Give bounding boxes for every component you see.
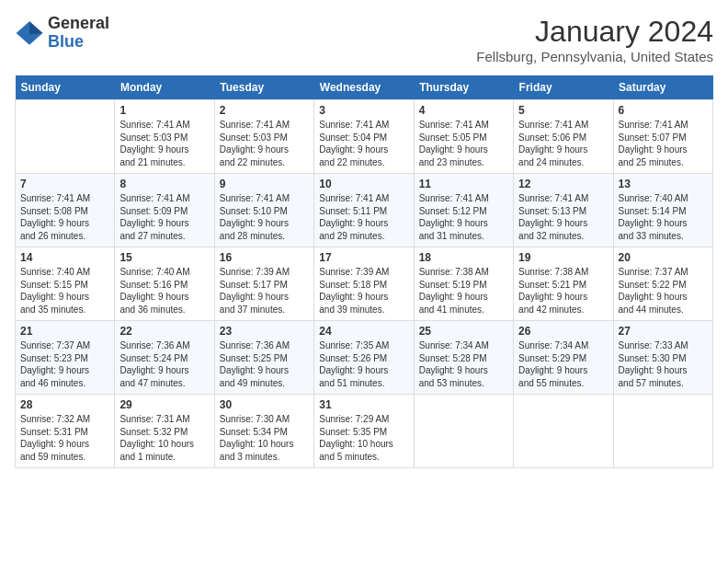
- logo-general-label: General: [48, 15, 109, 33]
- calendar-cell: 10Sunrise: 7:41 AM Sunset: 5:11 PM Dayli…: [314, 174, 414, 247]
- day-info: Sunrise: 7:34 AM Sunset: 5:28 PM Dayligh…: [419, 339, 508, 389]
- day-number: 23: [220, 325, 309, 338]
- day-number: 1: [119, 104, 209, 117]
- day-info: Sunrise: 7:32 AM Sunset: 5:31 PM Dayligh…: [20, 413, 109, 463]
- calendar-cell: 30Sunrise: 7:30 AM Sunset: 5:34 PM Dayli…: [214, 395, 313, 468]
- day-info: Sunrise: 7:41 AM Sunset: 5:12 PM Dayligh…: [419, 192, 508, 242]
- day-number: 21: [20, 325, 109, 338]
- column-header-thursday: Thursday: [414, 75, 513, 100]
- day-info: Sunrise: 7:36 AM Sunset: 5:25 PM Dayligh…: [220, 339, 309, 389]
- day-number: 2: [220, 104, 309, 117]
- day-info: Sunrise: 7:33 AM Sunset: 5:30 PM Dayligh…: [619, 339, 708, 389]
- day-info: Sunrise: 7:41 AM Sunset: 5:07 PM Dayligh…: [619, 119, 708, 168]
- day-info: Sunrise: 7:41 AM Sunset: 5:03 PM Dayligh…: [119, 119, 209, 168]
- calendar-cell: 15Sunrise: 7:40 AM Sunset: 5:16 PM Dayli…: [115, 247, 214, 321]
- calendar-cell: 24Sunrise: 7:35 AM Sunset: 5:26 PM Dayli…: [314, 321, 414, 395]
- calendar-cell: 14Sunrise: 7:40 AM Sunset: 5:15 PM Dayli…: [16, 247, 115, 321]
- day-number: 22: [119, 325, 209, 338]
- day-info: Sunrise: 7:36 AM Sunset: 5:24 PM Dayligh…: [119, 339, 209, 389]
- day-number: 17: [319, 251, 408, 264]
- day-info: Sunrise: 7:37 AM Sunset: 5:23 PM Dayligh…: [20, 339, 109, 389]
- day-info: Sunrise: 7:37 AM Sunset: 5:22 PM Dayligh…: [619, 266, 708, 316]
- calendar-cell: [514, 395, 613, 468]
- calendar-table: SundayMondayTuesdayWednesdayThursdayFrid…: [15, 75, 713, 468]
- day-number: 8: [119, 178, 209, 190]
- day-number: 19: [518, 251, 608, 264]
- column-header-saturday: Saturday: [613, 75, 712, 100]
- calendar-cell: 2Sunrise: 7:41 AM Sunset: 5:03 PM Daylig…: [214, 100, 313, 174]
- column-header-sunday: Sunday: [16, 75, 115, 100]
- day-info: Sunrise: 7:41 AM Sunset: 5:03 PM Dayligh…: [220, 119, 309, 168]
- page-header: General Blue January 2024 Fellsburg, Pen…: [15, 15, 713, 64]
- calendar-cell: 29Sunrise: 7:31 AM Sunset: 5:32 PM Dayli…: [115, 395, 214, 468]
- calendar-cell: 26Sunrise: 7:34 AM Sunset: 5:29 PM Dayli…: [514, 321, 613, 395]
- calendar-cell: 25Sunrise: 7:34 AM Sunset: 5:28 PM Dayli…: [414, 321, 513, 395]
- day-info: Sunrise: 7:38 AM Sunset: 5:21 PM Dayligh…: [518, 266, 608, 316]
- column-header-monday: Monday: [115, 75, 214, 100]
- column-header-tuesday: Tuesday: [214, 75, 313, 100]
- day-number: 26: [518, 325, 608, 338]
- day-number: 16: [220, 251, 309, 264]
- calendar-cell: 17Sunrise: 7:39 AM Sunset: 5:18 PM Dayli…: [314, 247, 414, 321]
- logo: General Blue: [15, 15, 109, 52]
- column-header-wednesday: Wednesday: [314, 75, 414, 100]
- calendar-cell: 9Sunrise: 7:41 AM Sunset: 5:10 PM Daylig…: [214, 174, 313, 247]
- calendar-cell: 13Sunrise: 7:40 AM Sunset: 5:14 PM Dayli…: [613, 174, 712, 247]
- day-info: Sunrise: 7:41 AM Sunset: 5:10 PM Dayligh…: [220, 192, 309, 242]
- day-number: 30: [220, 398, 309, 411]
- day-info: Sunrise: 7:41 AM Sunset: 5:06 PM Dayligh…: [518, 119, 608, 168]
- calendar-cell: 11Sunrise: 7:41 AM Sunset: 5:12 PM Dayli…: [414, 174, 513, 247]
- day-number: 14: [20, 251, 109, 264]
- month-title: January 2024: [476, 15, 713, 49]
- logo-blue-label: Blue: [48, 33, 109, 52]
- day-info: Sunrise: 7:41 AM Sunset: 5:13 PM Dayligh…: [518, 192, 608, 242]
- day-number: 13: [619, 178, 708, 190]
- calendar-cell: 20Sunrise: 7:37 AM Sunset: 5:22 PM Dayli…: [613, 247, 712, 321]
- day-number: 9: [220, 178, 309, 190]
- logo-icon: [15, 18, 44, 48]
- day-number: 18: [419, 251, 508, 264]
- logo-text: General Blue: [48, 15, 109, 52]
- day-info: Sunrise: 7:38 AM Sunset: 5:19 PM Dayligh…: [419, 266, 508, 316]
- calendar-cell: 23Sunrise: 7:36 AM Sunset: 5:25 PM Dayli…: [214, 321, 313, 395]
- calendar-cell: 27Sunrise: 7:33 AM Sunset: 5:30 PM Dayli…: [613, 321, 712, 395]
- calendar-cell: [613, 395, 712, 468]
- calendar-cell: 3Sunrise: 7:41 AM Sunset: 5:04 PM Daylig…: [314, 100, 414, 174]
- day-info: Sunrise: 7:41 AM Sunset: 5:08 PM Dayligh…: [20, 192, 109, 242]
- calendar-header-row: SundayMondayTuesdayWednesdayThursdayFrid…: [16, 75, 713, 100]
- calendar-cell: 12Sunrise: 7:41 AM Sunset: 5:13 PM Dayli…: [514, 174, 613, 247]
- calendar-week-row: 7Sunrise: 7:41 AM Sunset: 5:08 PM Daylig…: [16, 174, 713, 247]
- day-info: Sunrise: 7:39 AM Sunset: 5:18 PM Dayligh…: [319, 266, 408, 316]
- day-number: 25: [419, 325, 508, 338]
- day-number: 12: [518, 178, 608, 190]
- day-number: 29: [119, 398, 209, 411]
- day-number: 10: [319, 178, 408, 190]
- day-info: Sunrise: 7:30 AM Sunset: 5:34 PM Dayligh…: [220, 413, 309, 463]
- day-number: 5: [518, 104, 608, 117]
- calendar-cell: 31Sunrise: 7:29 AM Sunset: 5:35 PM Dayli…: [314, 395, 414, 468]
- day-info: Sunrise: 7:35 AM Sunset: 5:26 PM Dayligh…: [319, 339, 408, 389]
- calendar-cell: 8Sunrise: 7:41 AM Sunset: 5:09 PM Daylig…: [115, 174, 214, 247]
- day-number: 24: [319, 325, 408, 338]
- calendar-week-row: 28Sunrise: 7:32 AM Sunset: 5:31 PM Dayli…: [16, 395, 713, 468]
- day-info: Sunrise: 7:31 AM Sunset: 5:32 PM Dayligh…: [119, 413, 209, 463]
- day-info: Sunrise: 7:40 AM Sunset: 5:15 PM Dayligh…: [20, 266, 109, 316]
- title-area: January 2024 Fellsburg, Pennsylvania, Un…: [476, 15, 713, 64]
- day-number: 3: [319, 104, 408, 117]
- svg-marker-1: [29, 21, 42, 34]
- calendar-cell: 4Sunrise: 7:41 AM Sunset: 5:05 PM Daylig…: [414, 100, 513, 174]
- day-number: 4: [419, 104, 508, 117]
- calendar-cell: 21Sunrise: 7:37 AM Sunset: 5:23 PM Dayli…: [16, 321, 115, 395]
- day-number: 15: [119, 251, 209, 264]
- calendar-cell: 6Sunrise: 7:41 AM Sunset: 5:07 PM Daylig…: [613, 100, 712, 174]
- day-info: Sunrise: 7:41 AM Sunset: 5:04 PM Dayligh…: [319, 119, 408, 168]
- day-number: 31: [319, 398, 408, 411]
- day-info: Sunrise: 7:41 AM Sunset: 5:11 PM Dayligh…: [319, 192, 408, 242]
- calendar-week-row: 21Sunrise: 7:37 AM Sunset: 5:23 PM Dayli…: [16, 321, 713, 395]
- calendar-cell: 7Sunrise: 7:41 AM Sunset: 5:08 PM Daylig…: [16, 174, 115, 247]
- column-header-friday: Friday: [514, 75, 613, 100]
- day-info: Sunrise: 7:39 AM Sunset: 5:17 PM Dayligh…: [220, 266, 309, 316]
- day-info: Sunrise: 7:41 AM Sunset: 5:05 PM Dayligh…: [419, 119, 508, 168]
- calendar-cell: 18Sunrise: 7:38 AM Sunset: 5:19 PM Dayli…: [414, 247, 513, 321]
- day-number: 27: [619, 325, 708, 338]
